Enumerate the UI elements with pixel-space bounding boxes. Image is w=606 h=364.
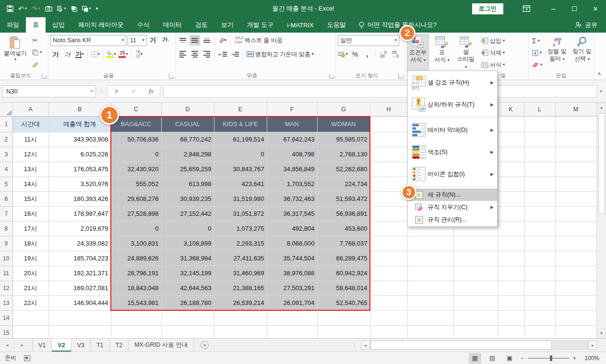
cell-G2[interactable]: 95,585,072 [317, 132, 370, 147]
cell-C11[interactable]: 28,796,191 [111, 266, 161, 281]
sheet-tab-T2[interactable]: T2 [110, 339, 129, 352]
font-color-button[interactable]: 가 ▾ [118, 49, 129, 59]
zoom-in-button[interactable]: + [573, 355, 576, 362]
row-header-4[interactable]: 4 [0, 162, 12, 176]
insert-function-icon[interactable]: fx [143, 87, 160, 95]
font-size-select[interactable]: 11▾ [128, 35, 147, 46]
cell-C6[interactable]: 29,608,276 [111, 191, 161, 206]
column-header-K[interactable]: K [498, 103, 524, 116]
cell-C14[interactable] [111, 310, 161, 325]
column-header-H[interactable]: H [370, 103, 407, 116]
cell-A6[interactable]: 15시 [12, 191, 48, 206]
cell-L15[interactable] [524, 325, 555, 338]
row-header-11[interactable]: 11 [0, 266, 12, 281]
cell-M9[interactable] [555, 236, 596, 251]
cell-M15[interactable] [555, 325, 596, 338]
cell-C7[interactable]: 27,528,898 [111, 206, 161, 221]
align-left-icon[interactable] [178, 49, 188, 59]
cell-A4[interactable]: 13시 [12, 162, 48, 176]
cell-B12[interactable]: 169,027,081 [48, 281, 111, 295]
collapse-ribbon-icon[interactable]: ∧ [594, 33, 605, 80]
cell-M2[interactable] [555, 132, 596, 147]
cell-F9[interactable]: 8,068,000 [267, 236, 317, 251]
cell-L13[interactable] [524, 295, 555, 310]
row-header-12[interactable]: 12 [0, 281, 12, 295]
cell-L3[interactable] [524, 147, 555, 162]
cell-E7[interactable]: 31,051,872 [214, 206, 267, 221]
delete-cells-button[interactable]: 삭제▾ [480, 47, 506, 58]
cell-L4[interactable] [524, 162, 555, 176]
cell-H11[interactable] [370, 266, 407, 281]
cell-M7[interactable] [555, 206, 596, 221]
ribbon-tab-i-MATRIX[interactable]: i-MATRIX [280, 17, 320, 33]
cell-D14[interactable] [161, 310, 214, 325]
cell-D15[interactable] [161, 325, 214, 338]
cell-M4[interactable] [555, 162, 596, 176]
align-center-icon[interactable] [190, 49, 200, 59]
minimize-button[interactable]: ─ [543, 0, 564, 17]
sheet-nav-right-icon[interactable]: ▸ [21, 342, 24, 348]
cell-L7[interactable] [524, 206, 555, 221]
undo-button[interactable]: ↶▾ [18, 5, 27, 12]
cell-H15[interactable] [370, 325, 407, 338]
horizontal-scrollbar[interactable]: ◂ ▸ [361, 339, 597, 352]
sheet-tab-V2[interactable]: V2 [52, 339, 71, 352]
row-header-15[interactable]: 15 [0, 325, 12, 338]
cell-D2[interactable]: 68,770,242 [161, 132, 214, 147]
ribbon-tab-데이터[interactable]: 데이터 [156, 17, 189, 33]
cell-L9[interactable] [524, 236, 555, 251]
cell-I12[interactable] [407, 281, 453, 295]
zoom-out-button[interactable]: − [521, 355, 524, 362]
cell-A5[interactable]: 14시 [12, 176, 48, 191]
cell-styles-button[interactable]: 셀스타일 ▾ [455, 34, 477, 72]
cell-A1[interactable]: 시간대 [12, 116, 48, 132]
cell-M14[interactable] [555, 310, 596, 325]
column-header-L[interactable]: L [524, 103, 555, 116]
cell-J14[interactable] [453, 310, 498, 325]
cell-L11[interactable] [524, 266, 555, 281]
menu-item-icon-sets[interactable]: 아이콘 집합(I)▶ [408, 163, 497, 185]
row-header-2[interactable]: 2 [0, 132, 12, 147]
vertical-scrollbar[interactable]: ▲ ▼ [596, 103, 606, 338]
phonetic-guide-button[interactable]: 내川 ▾ [134, 49, 144, 59]
cell-C2[interactable]: 50,706,836 [111, 132, 161, 147]
scroll-left-icon[interactable]: ◂ [361, 341, 370, 350]
cell-F12[interactable]: 27,503,291 [267, 281, 317, 295]
cell-D3[interactable]: 2,848,298 [161, 147, 214, 162]
align-middle-icon[interactable] [190, 35, 200, 46]
cell-L6[interactable] [524, 191, 555, 206]
sheet-tab-MX-GRID 사용 안내[interactable]: MX-GRID 사용 안내 [129, 339, 194, 352]
zoom-level[interactable]: 100% [581, 355, 599, 362]
clear-button[interactable]: ▾ [531, 59, 544, 70]
cell-K8[interactable] [498, 221, 524, 236]
close-button[interactable]: ✕ [585, 0, 606, 17]
tell-me-box[interactable]: 어떤 작업을 원하시나요? [353, 17, 442, 33]
cell-E13[interactable]: 26,539,214 [214, 295, 267, 310]
cell-M8[interactable] [555, 221, 596, 236]
normal-view-button[interactable]: ▦ [469, 353, 481, 364]
font-name-select[interactable]: Noto Sans KR▾ [50, 35, 126, 46]
cell-M1[interactable] [555, 116, 596, 132]
cell-M12[interactable] [555, 281, 596, 295]
fill-color-button[interactable]: ▾ [106, 49, 117, 59]
cell-F15[interactable] [267, 325, 317, 338]
cell-C12[interactable]: 18,843,048 [111, 281, 161, 295]
cell-F7[interactable]: 36,317,545 [267, 206, 317, 221]
cell-E2[interactable]: 61,199,514 [214, 132, 267, 147]
cell-E6[interactable]: 31,519,980 [214, 191, 267, 206]
cell-E15[interactable] [214, 325, 267, 338]
cell-B6[interactable]: 180,393,426 [48, 191, 111, 206]
scroll-down-icon[interactable]: ▼ [597, 329, 606, 338]
cell-C5[interactable]: 555,052 [111, 176, 161, 191]
cell-A14[interactable] [12, 310, 48, 325]
cell-K5[interactable] [498, 176, 524, 191]
cell-H8[interactable] [370, 221, 407, 236]
cell-M13[interactable] [555, 295, 596, 310]
copy-button[interactable]: ▾ [31, 47, 43, 58]
cell-A3[interactable]: 12시 [12, 147, 48, 162]
cell-A2[interactable]: 11시 [12, 132, 48, 147]
orientation-button[interactable]: ab▾ [217, 35, 228, 46]
row-header-10[interactable]: 10 [0, 251, 12, 266]
cell-H4[interactable] [370, 162, 407, 176]
cell-H3[interactable] [370, 147, 407, 162]
